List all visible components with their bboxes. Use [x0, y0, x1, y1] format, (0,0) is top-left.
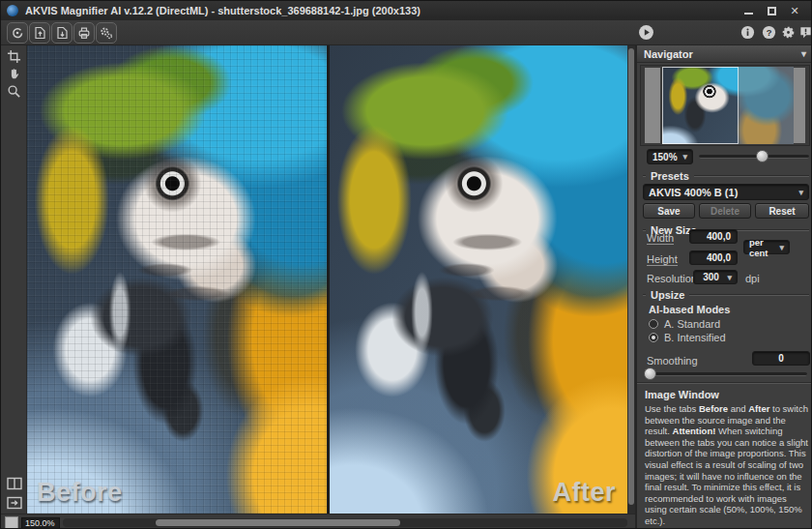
upsize-title: Upsize [651, 289, 684, 301]
chevron-down-icon: ▾ [682, 152, 687, 162]
smoothing-value: 0 [778, 353, 784, 364]
navigator-preview-image [662, 67, 794, 144]
upsize-section-header: Upsize [643, 289, 809, 301]
vertical-scrollbar[interactable] [627, 45, 635, 514]
akvis-logo-icon [10, 25, 25, 41]
preset-dropdown-value: AKVIS 400% B (1) [649, 187, 738, 198]
printer-icon [76, 25, 92, 41]
zoom-slider-thumb[interactable] [756, 150, 768, 162]
save-image-button[interactable] [51, 22, 72, 44]
ai-modes-label: AI-based Modes [649, 304, 730, 315]
before-label[interactable]: Before [37, 478, 123, 508]
image-canvas: Before After [27, 45, 635, 514]
presets-title: Presets [651, 170, 689, 182]
chevron-down-icon[interactable]: ▾ [801, 48, 806, 59]
mode-standard-option[interactable]: A. Standard [649, 318, 720, 330]
hints-title: Image Window [645, 389, 719, 400]
info-icon [740, 25, 755, 40]
zoom-dropdown-value: 150% [652, 152, 678, 162]
feedback-button[interactable] [798, 24, 812, 41]
mode-intensified-option[interactable]: B. Intensified [649, 332, 726, 343]
resolution-label: Resolution [647, 273, 697, 284]
workspace-strip-left [645, 68, 660, 143]
before-pane[interactable]: Before [27, 45, 327, 514]
after-pane[interactable]: After [330, 45, 627, 514]
navigator-thumbnail[interactable] [640, 65, 810, 146]
smoothing-input[interactable]: 0 [752, 351, 810, 366]
maximize-button[interactable] [765, 5, 778, 16]
navigator-dimmed-area [739, 67, 794, 144]
zoom-slider[interactable] [699, 155, 809, 159]
dpi-label: dpi [745, 273, 760, 284]
zoom-level-readout[interactable]: 150.0% [21, 517, 60, 529]
hand-tool-button[interactable] [5, 66, 23, 82]
chevron-down-icon: ▾ [798, 188, 803, 197]
save-preset-button[interactable]: Save [643, 203, 695, 219]
height-input[interactable]: 400,0 [689, 250, 738, 265]
mode-standard-label: A. Standard [664, 318, 720, 330]
workspace-strip-right [794, 68, 805, 143]
magnifier-icon [7, 84, 21, 99]
settings-button[interactable] [780, 24, 797, 41]
tools-sidebar [1, 45, 27, 514]
toolbar: ? [1, 20, 811, 45]
split-view-icon [7, 477, 22, 490]
navigator-header[interactable]: Navigator ▾ [637, 45, 812, 63]
radio-icon[interactable] [649, 319, 658, 329]
status-bar: 150.0% [1, 514, 635, 529]
crop-tool-button[interactable] [5, 48, 23, 65]
width-input[interactable]: 400,0 [689, 229, 738, 244]
before-image [27, 45, 327, 514]
help-button[interactable]: ? [761, 24, 777, 41]
chevron-down-icon: ▾ [727, 273, 732, 282]
navigator-view-frame[interactable] [662, 67, 739, 144]
swap-views-button[interactable] [5, 494, 23, 511]
split-view-button[interactable] [5, 475, 23, 491]
unit-dropdown[interactable]: per cent ▾ [743, 240, 790, 254]
resolution-dropdown-value: 300 [703, 272, 719, 282]
background-color-swatch[interactable] [5, 516, 18, 529]
preset-dropdown[interactable]: AKVIS 400% B (1) ▾ [643, 184, 809, 200]
smoothing-slider-thumb[interactable] [644, 367, 656, 380]
horizontal-scrollbar[interactable] [63, 518, 627, 527]
akvis-home-button[interactable] [7, 22, 28, 44]
crop-icon [7, 49, 21, 64]
hand-icon [7, 67, 21, 81]
horizontal-scrollbar-thumb[interactable] [156, 519, 400, 526]
batch-processing-button[interactable] [96, 22, 117, 44]
run-button[interactable] [638, 24, 654, 41]
app-window: AKVIS Magnifier AI v.12.2 (DirectML) - s… [0, 0, 812, 529]
open-file-icon [32, 25, 47, 41]
svg-text:?: ? [767, 28, 772, 38]
width-label[interactable]: Width [647, 232, 674, 245]
info-button[interactable] [740, 24, 756, 41]
resolution-dropdown[interactable]: 300 ▾ [693, 270, 738, 284]
reset-preset-button[interactable]: Reset [755, 203, 809, 219]
mode-intensified-label: B. Intensified [664, 332, 726, 343]
zoom-dropdown[interactable]: 150% ▾ [647, 149, 693, 164]
smoothing-slider[interactable] [645, 372, 807, 376]
app-logo-icon [7, 5, 18, 16]
minimize-button[interactable] [741, 5, 755, 16]
smoothing-label: Smoothing [647, 355, 698, 367]
unit-dropdown-value: per cent [749, 237, 779, 258]
after-label[interactable]: After [552, 478, 616, 508]
window-title: AKVIS Magnifier AI v.12.2 (DirectML) - s… [25, 5, 420, 16]
title-bar: AKVIS Magnifier AI v.12.2 (DirectML) - s… [1, 1, 811, 20]
hints-text: Use the tabs Before and After to switch … [645, 403, 809, 527]
vertical-scrollbar-thumb[interactable] [628, 48, 634, 505]
radio-icon[interactable] [649, 333, 658, 342]
print-button[interactable] [73, 22, 95, 44]
close-button[interactable]: ✕ [788, 5, 801, 16]
chevron-down-icon: ▾ [779, 243, 784, 252]
play-icon [638, 24, 654, 41]
feedback-bubble-icon [798, 25, 812, 40]
zoom-tool-button[interactable] [5, 83, 23, 100]
gear-icon [781, 25, 796, 40]
open-image-button[interactable] [29, 22, 50, 44]
swap-arrow-icon [7, 496, 22, 510]
height-label[interactable]: Height [647, 253, 678, 266]
presets-section-header: Presets [643, 170, 809, 182]
after-image [330, 45, 627, 514]
delete-preset-button[interactable]: Delete [699, 203, 751, 219]
